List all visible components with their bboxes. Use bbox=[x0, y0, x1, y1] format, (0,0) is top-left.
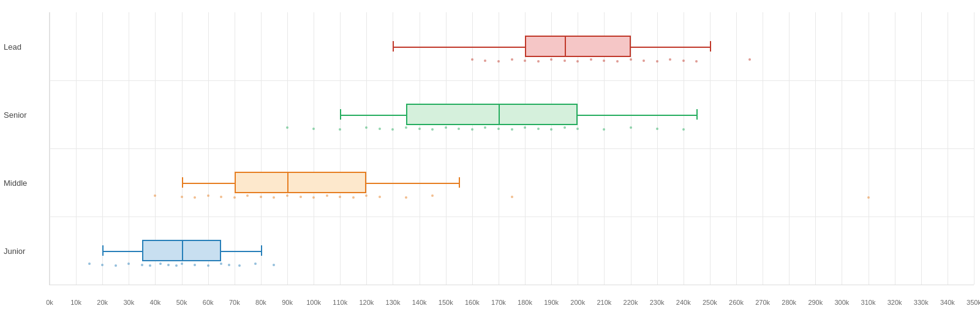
x-axis-label: 0k bbox=[46, 299, 53, 306]
jitter-dot bbox=[286, 126, 288, 129]
jitter-dot bbox=[630, 126, 632, 129]
jitter-dot bbox=[405, 126, 407, 129]
jitter-dot bbox=[260, 196, 262, 198]
x-axis-label: 100k bbox=[306, 299, 321, 306]
x-axis-label: 320k bbox=[888, 299, 902, 306]
jitter-dot bbox=[471, 58, 473, 61]
jitter-dot bbox=[220, 196, 222, 198]
jitter-dot bbox=[537, 128, 540, 130]
jitter-dot bbox=[630, 58, 632, 61]
jitter-dot bbox=[524, 59, 526, 62]
jitter-dot bbox=[471, 128, 473, 131]
jitter-dot bbox=[656, 60, 658, 63]
x-axis-label: 310k bbox=[861, 299, 876, 306]
whisker-cap-left-lead bbox=[393, 41, 394, 52]
jitter-dot bbox=[484, 59, 486, 62]
x-axis-label: 110k bbox=[333, 299, 347, 306]
x-axis-label: 50k bbox=[176, 299, 187, 306]
x-axis-label: 70k bbox=[229, 299, 240, 306]
x-axis-label: 20k bbox=[97, 299, 108, 306]
jitter-dot bbox=[576, 128, 579, 130]
jitter-dot bbox=[254, 263, 257, 265]
whisker-cap-right-lead bbox=[710, 41, 711, 52]
x-axis-label: 30k bbox=[123, 299, 134, 306]
grid-line-v bbox=[235, 12, 235, 285]
x-axis-label: 40k bbox=[150, 299, 161, 306]
jitter-dot bbox=[220, 263, 222, 265]
jitter-dot bbox=[339, 128, 341, 131]
jitter-dot bbox=[228, 264, 230, 266]
x-axis-label: 280k bbox=[782, 299, 796, 306]
jitter-dot bbox=[576, 60, 579, 63]
jitter-dot bbox=[207, 194, 209, 197]
jitter-dot bbox=[115, 264, 117, 267]
x-axis-label: 10k bbox=[70, 299, 81, 306]
jitter-dot bbox=[273, 196, 275, 199]
jitter-dot bbox=[643, 59, 645, 62]
grid-line-v bbox=[446, 12, 447, 285]
jitter-dot bbox=[431, 194, 434, 197]
x-axis-label: 300k bbox=[834, 299, 849, 306]
jitter-dot bbox=[379, 128, 381, 130]
grid-line-v bbox=[869, 12, 869, 285]
y-axis-label-middle: Middle bbox=[4, 178, 27, 187]
jitter-dot bbox=[326, 194, 328, 197]
jitter-dot bbox=[273, 264, 275, 266]
x-axis-label: 330k bbox=[914, 299, 929, 306]
grid-line-v bbox=[948, 12, 948, 285]
box-senior bbox=[406, 104, 578, 126]
box-middle bbox=[235, 172, 367, 194]
jitter-dot bbox=[497, 60, 500, 63]
jitter-dot bbox=[511, 58, 513, 61]
grid-line-v bbox=[102, 12, 103, 285]
x-axis-label: 260k bbox=[729, 299, 744, 306]
grid-line-v bbox=[76, 12, 77, 285]
grid-line-v bbox=[789, 12, 790, 285]
jitter-dot bbox=[194, 264, 196, 266]
x-axis-label: 270k bbox=[755, 299, 770, 306]
jitter-dot bbox=[682, 128, 685, 131]
grid-line-v bbox=[736, 12, 737, 285]
x-axis-label: 180k bbox=[518, 299, 532, 306]
grid-line-v bbox=[499, 12, 499, 285]
jitter-dot bbox=[159, 263, 162, 265]
grid-line-v bbox=[631, 12, 631, 285]
chart-area: 0k10k20k30k40k50k60k70k80k90k100k110k120… bbox=[49, 12, 974, 285]
median-line-senior bbox=[499, 104, 500, 126]
jitter-dot bbox=[181, 263, 183, 265]
jitter-dot bbox=[695, 60, 698, 63]
jitter-dot bbox=[656, 128, 658, 130]
x-axis-label: 60k bbox=[203, 299, 214, 306]
grid-line-v bbox=[420, 12, 420, 285]
whisker-cap-right-middle bbox=[459, 177, 460, 188]
median-line-lead bbox=[565, 36, 566, 58]
jitter-dot bbox=[524, 126, 526, 129]
jitter-dot bbox=[616, 60, 619, 63]
x-axis-label: 90k bbox=[282, 299, 293, 306]
x-axis-label: 290k bbox=[808, 299, 823, 306]
jitter-dot bbox=[141, 264, 143, 266]
jitter-dot bbox=[149, 264, 151, 267]
grid-line-v bbox=[261, 12, 262, 285]
grid-line-v bbox=[921, 12, 922, 285]
grid-line-v bbox=[287, 12, 288, 285]
grid-line-v bbox=[657, 12, 658, 285]
median-line-middle bbox=[287, 172, 288, 194]
jitter-dot bbox=[550, 128, 552, 131]
grid-line-v bbox=[472, 12, 473, 285]
jitter-dot bbox=[88, 263, 91, 265]
grid-line-v bbox=[763, 12, 763, 285]
jitter-dot bbox=[590, 58, 592, 61]
grid-line-v bbox=[314, 12, 314, 285]
y-axis-label-junior: Junior bbox=[4, 246, 25, 255]
jitter-dot bbox=[379, 196, 381, 198]
x-axis-label: 220k bbox=[624, 299, 638, 306]
median-line-junior bbox=[182, 240, 183, 262]
grid-line-v bbox=[340, 12, 341, 285]
jitter-dot bbox=[233, 196, 236, 199]
x-axis-label: 140k bbox=[412, 299, 427, 306]
jitter-dot bbox=[669, 58, 671, 61]
x-axis-label: 240k bbox=[676, 299, 691, 306]
x-axis-label: 170k bbox=[491, 299, 506, 306]
x-axis-label: 350k bbox=[967, 299, 980, 306]
